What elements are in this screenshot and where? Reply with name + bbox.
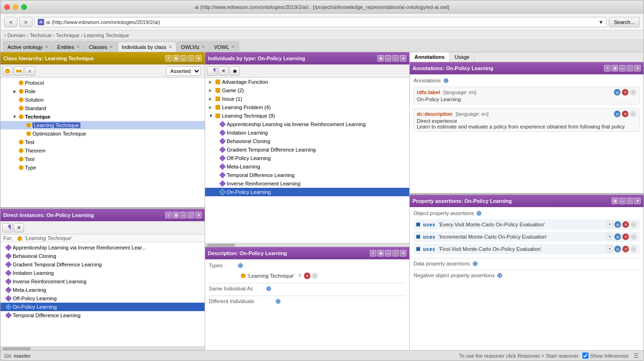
tab-entities-close[interactable]: ✕ xyxy=(76,44,80,49)
desc-ctrl-4[interactable]: □ xyxy=(392,250,399,257)
tab-individuals-by-class[interactable]: Individuals by class ✕ xyxy=(118,41,176,52)
ibt-ctrl-4[interactable]: ✕ xyxy=(400,55,406,62)
tab-owlviz[interactable]: OWLViz ✕ xyxy=(177,41,209,52)
pa-ctrl-3[interactable]: □ xyxy=(627,198,633,204)
tree-item-tool[interactable]: Tool xyxy=(0,155,205,163)
prop-help-1[interactable]: ? xyxy=(606,233,613,240)
tab-vowl[interactable]: VOWL ✕ xyxy=(210,41,239,52)
prop-close-2[interactable]: ○ xyxy=(630,246,637,252)
ibt-ctrl-2[interactable]: — xyxy=(385,55,391,62)
tree-item-type[interactable]: Type xyxy=(0,163,205,172)
ibt-ctrl-1[interactable]: ⊞ xyxy=(377,55,384,62)
desc-ctrl-3[interactable]: — xyxy=(385,250,391,257)
ibt-filter-btn[interactable]: ✕ xyxy=(218,66,229,76)
tab-active-ontology-close[interactable]: ✕ xyxy=(45,44,48,49)
add-individual-button[interactable]: + xyxy=(2,223,13,233)
desc-ctrl-2[interactable]: ⊞ xyxy=(377,250,384,257)
tree-item-test[interactable]: Test xyxy=(0,138,205,146)
tree-item-optimization-technique[interactable]: Optimization Technique xyxy=(0,129,205,138)
breadcrumb-item-3[interactable]: Learning Technique xyxy=(84,32,129,38)
obj-prop-add[interactable]: ⊕ xyxy=(476,210,482,217)
ch-ctrl-4[interactable]: □ xyxy=(188,55,194,62)
types-add-button[interactable]: ⊕ xyxy=(237,262,244,269)
ibt-highlight-btn[interactable]: ◉ xyxy=(230,66,240,76)
tab-entities[interactable]: Entities ✕ xyxy=(53,41,84,52)
type-help[interactable]: ? xyxy=(296,273,303,279)
ibt-issue[interactable]: ▶ Issue (1) xyxy=(205,95,409,103)
neg-obj-prop-add[interactable]: ⊕ xyxy=(496,272,503,279)
pa-ctrl-4[interactable]: ✕ xyxy=(634,198,641,204)
settings-icon[interactable]: ☰ xyxy=(632,352,640,360)
tree-item-theorem[interactable]: Theorem xyxy=(0,146,205,155)
breadcrumb-item-0[interactable]: Domain xyxy=(8,32,25,38)
fullscreen-button[interactable] xyxy=(21,4,27,10)
ann-close-btn-0[interactable]: ○ xyxy=(630,89,636,96)
tree-item-solution[interactable]: Solution xyxy=(0,96,205,104)
close-button[interactable] xyxy=(4,4,10,10)
ibt-advantage-function[interactable]: ▶ Advantage Function xyxy=(205,78,409,86)
ibt-off-policy[interactable]: Off-Policy Learning xyxy=(205,154,409,162)
ibt-meta-learning[interactable]: Meta-Learning xyxy=(205,162,409,171)
prop-link-2[interactable]: @ xyxy=(614,246,621,252)
tree-item-technique[interactable]: ▼ Technique xyxy=(0,112,205,121)
url-bar[interactable]: ai ai (http://www.edowson.com/ontologies… xyxy=(34,17,607,27)
ibt-learning-problem[interactable]: ▶ Learning Problem (4) xyxy=(205,103,409,112)
di-item-apprenticeship[interactable]: Apprenticeship Learning via Inverse Rein… xyxy=(0,243,205,252)
ibt-ctrl-3[interactable]: □ xyxy=(392,55,399,62)
different-individuals-add[interactable]: ⊕ xyxy=(275,298,281,305)
tree-item-standard[interactable]: Standard xyxy=(0,104,205,112)
tab-annotations[interactable]: Annotations xyxy=(410,52,450,62)
ch-ctrl-3[interactable]: — xyxy=(180,55,187,62)
tree-item-role[interactable]: ▶ Role xyxy=(0,87,205,96)
tree-item-learning-technique[interactable]: Learning Technique xyxy=(0,121,205,129)
delete-individual-button[interactable]: ✕ xyxy=(14,223,24,233)
minimize-button[interactable] xyxy=(13,4,18,10)
ann-delete-btn-0[interactable]: ✕ xyxy=(622,89,628,96)
ann-ctrl-5[interactable]: ✕ xyxy=(634,65,641,72)
ann-ctrl-2[interactable]: ⊞ xyxy=(612,65,618,72)
ann-link-btn-1[interactable]: @ xyxy=(614,111,620,117)
ann-ctrl-1[interactable]: ? xyxy=(604,65,611,72)
tab-individuals-by-class-close[interactable]: ✕ xyxy=(168,44,172,49)
di-ctrl-4[interactable]: □ xyxy=(188,212,194,218)
di-ctrl-5[interactable]: ✕ xyxy=(195,212,202,218)
pa-ctrl-2[interactable]: — xyxy=(619,198,626,204)
prop-link-0[interactable]: @ xyxy=(614,221,621,228)
pa-ctrl-1[interactable]: ⊞ xyxy=(612,198,618,204)
di-ctrl-3[interactable]: — xyxy=(180,212,187,218)
prop-delete-2[interactable]: ✕ xyxy=(622,246,629,252)
tab-active-ontology[interactable]: Active ontology ✕ xyxy=(3,41,53,52)
ibt-game[interactable]: ▶ Game (2) xyxy=(205,86,409,95)
delete-class-button[interactable]: ✕ xyxy=(25,66,35,76)
breadcrumb-item-1[interactable]: Technical xyxy=(30,32,51,38)
di-item-meta-learning[interactable]: Meta-Learning xyxy=(0,286,205,294)
ibt-apprenticeship[interactable]: Apprenticeship Learning via Inverse Rein… xyxy=(205,120,409,128)
ibt-on-policy[interactable]: On-Policy Learning xyxy=(205,188,409,196)
di-item-off-policy[interactable]: Off-Policy Learning xyxy=(0,294,205,303)
annotations-add-button[interactable]: ⊕ xyxy=(443,77,449,84)
left-panel-scrollbar-h[interactable] xyxy=(0,346,205,350)
desc-ctrl-1[interactable]: ? xyxy=(370,250,376,257)
ann-ctrl-3[interactable]: — xyxy=(619,65,626,72)
url-dropdown-icon[interactable]: ▼ xyxy=(598,19,604,25)
search-button[interactable]: Search... xyxy=(609,17,640,27)
ch-ctrl-5[interactable]: ✕ xyxy=(195,55,202,62)
di-item-imitation[interactable]: Imitation Learning xyxy=(0,269,205,277)
ibt-temporal-diff[interactable]: Temporal Difference Learning xyxy=(205,171,409,179)
prop-help-0[interactable]: ? xyxy=(606,221,613,228)
prop-delete-1[interactable]: ✕ xyxy=(622,233,629,240)
data-prop-add[interactable]: ⊕ xyxy=(472,260,478,267)
di-item-gradient-td[interactable]: Gradient Temporal Difference Learning xyxy=(0,260,205,269)
breadcrumb-item-2[interactable]: Technique xyxy=(56,32,80,38)
ann-ctrl-4[interactable]: □ xyxy=(627,65,633,72)
tab-vowl-close[interactable]: ✕ xyxy=(231,44,235,49)
ibt-inverse-rl[interactable]: Inverse Reinforcement Learning xyxy=(205,179,409,188)
same-individual-add[interactable]: ⊕ xyxy=(265,285,272,292)
prop-close-1[interactable]: ○ xyxy=(630,233,637,240)
di-item-temporal-diff[interactable]: Temporal Difference Learning xyxy=(0,311,205,320)
di-item-behavioral-cloning[interactable]: Behavioral Cloning xyxy=(0,252,205,260)
ann-link-btn-0[interactable]: @ xyxy=(614,89,620,96)
ibt-gradient-td[interactable]: Gradient Temporal Difference Learning xyxy=(205,145,409,154)
ch-ctrl-1[interactable]: ? xyxy=(165,55,172,62)
show-inferences-checkbox[interactable] xyxy=(582,353,588,359)
